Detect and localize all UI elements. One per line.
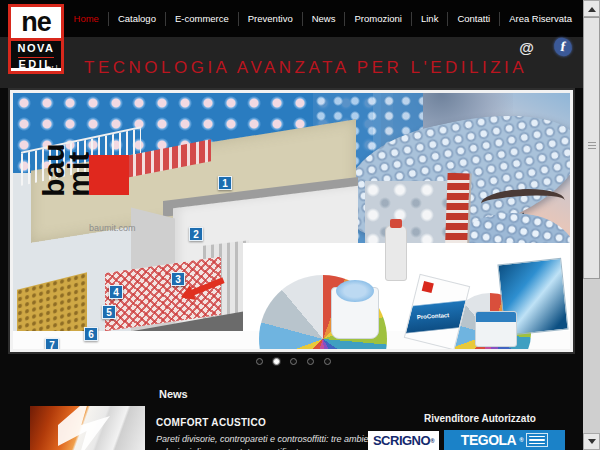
nav-item-area-riservata[interactable]: Area Riservata bbox=[500, 13, 581, 24]
page: Home Catalogo E-commerce Preventivo News… bbox=[0, 0, 600, 450]
step-badge-4: 4 bbox=[109, 285, 123, 299]
logo-monogram: ne bbox=[11, 7, 61, 41]
step-badge-7: 7 bbox=[45, 338, 59, 349]
slider-dot-5[interactable] bbox=[324, 358, 331, 365]
step-badge-2: 2 bbox=[189, 227, 203, 241]
product-bottle-cap bbox=[390, 219, 402, 228]
nav-item-promozioni[interactable]: Promozioni bbox=[345, 13, 411, 24]
banner-frame: ProContact bau mit baumit.com 1 2 3 4 5 … bbox=[8, 88, 575, 354]
facebook-icon[interactable]: f bbox=[553, 37, 573, 57]
scroll-up-icon bbox=[588, 3, 596, 12]
step-badge-1: 1 bbox=[218, 176, 232, 190]
step-badge-3: 3 bbox=[171, 272, 185, 286]
logo-srl-text: srl bbox=[47, 61, 59, 73]
slider-pagination bbox=[256, 358, 331, 365]
scrollbar-grip bbox=[588, 142, 596, 151]
registered-mark: ® bbox=[519, 437, 523, 443]
registered-mark: ® bbox=[430, 438, 434, 444]
nav-item-catalogo[interactable]: Catalogo bbox=[109, 13, 165, 24]
social-links: @ f bbox=[519, 38, 572, 56]
main-nav: Home Catalogo E-commerce Preventivo News… bbox=[65, 0, 581, 37]
slider-dot-3[interactable] bbox=[290, 358, 297, 365]
slider-dot-4[interactable] bbox=[307, 358, 314, 365]
baumit-wordmark: bau mit bbox=[41, 143, 91, 196]
scroll-up-button[interactable] bbox=[583, 0, 600, 17]
scrigno-partner-logo[interactable]: SCRIGNO® bbox=[368, 431, 439, 450]
baumit-bag-logo bbox=[422, 281, 434, 293]
product-bottle bbox=[385, 225, 407, 281]
product-tub bbox=[475, 311, 517, 347]
nav-item-ecommerce[interactable]: E-commerce bbox=[166, 13, 238, 24]
news-item-excerpt: Pareti divisorie, contropareti e contros… bbox=[156, 433, 394, 450]
news-thumbnail-image[interactable] bbox=[30, 406, 145, 450]
email-at-icon[interactable]: @ bbox=[519, 39, 534, 56]
scrollbar-thumb[interactable] bbox=[583, 17, 600, 279]
paint-bucket bbox=[331, 287, 379, 339]
logo-edil-text: EDILsrl bbox=[18, 57, 53, 70]
slider-dot-1[interactable] bbox=[256, 358, 263, 365]
nav-item-news[interactable]: News bbox=[303, 13, 345, 24]
reseller-heading: Rivenditore Autorizzato bbox=[424, 413, 536, 424]
nav-item-link[interactable]: Link bbox=[412, 13, 447, 24]
news-item-title[interactable]: COMFORT ACUSTICO bbox=[156, 417, 266, 428]
logo-wordmark: NOVA EDILsrl bbox=[11, 41, 61, 68]
baumit-url-text: baumit.com bbox=[89, 223, 136, 233]
scroll-down-icon bbox=[588, 439, 596, 448]
slider-dot-2-active[interactable] bbox=[273, 358, 280, 365]
baumit-red-square bbox=[89, 155, 129, 195]
scroll-down-button[interactable] bbox=[583, 433, 600, 450]
nav-item-preventivo[interactable]: Preventivo bbox=[239, 13, 302, 24]
banner-slide[interactable]: ProContact bau mit baumit.com 1 2 3 4 5 … bbox=[13, 93, 570, 349]
paint-bucket-contents bbox=[336, 280, 374, 302]
procontact-label: ProContact bbox=[417, 312, 450, 320]
tegola-wave-icon bbox=[526, 433, 548, 447]
nav-item-home[interactable]: Home bbox=[65, 13, 108, 24]
news-section-heading: News bbox=[159, 388, 188, 400]
header: Home Catalogo E-commerce Preventivo News… bbox=[0, 0, 583, 37]
company-logo[interactable]: ne NOVA EDILsrl bbox=[8, 4, 64, 74]
logo-nova-text: NOVA bbox=[11, 42, 61, 54]
page-title: TECNOLOGIA AVANZATA PER L'EDILIZIA bbox=[84, 58, 527, 78]
step-badge-6: 6 bbox=[84, 327, 98, 341]
tegola-partner-logo[interactable]: TEGOLA® bbox=[444, 430, 565, 450]
step-badge-5: 5 bbox=[102, 305, 116, 319]
vertical-scrollbar[interactable] bbox=[583, 0, 600, 450]
nav-item-contatti[interactable]: Contatti bbox=[448, 13, 499, 24]
baumit-logo: bau mit baumit.com bbox=[49, 117, 139, 209]
